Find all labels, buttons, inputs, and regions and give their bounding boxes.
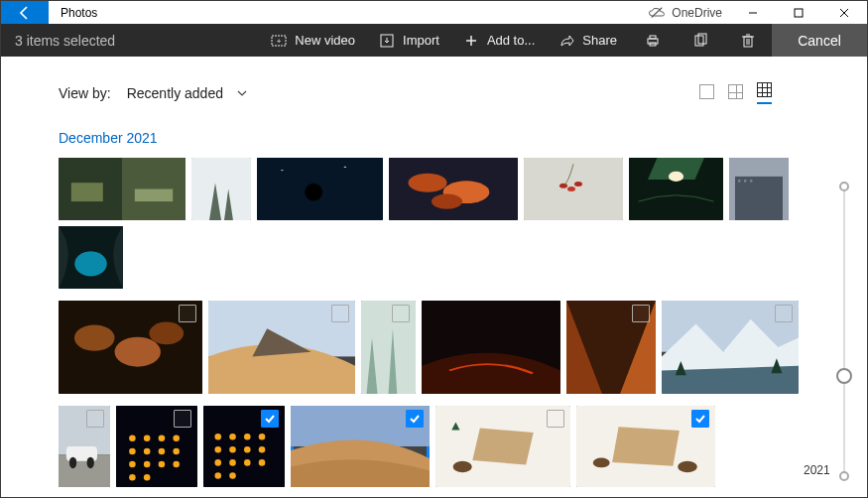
share-button[interactable]: Share	[547, 24, 629, 57]
thumb-checkbox[interactable]	[261, 410, 279, 428]
new-video-label: New video	[295, 33, 355, 48]
onedrive-status[interactable]: OneDrive	[648, 1, 730, 24]
svg-point-83	[259, 446, 266, 453]
photo-thumb[interactable]	[361, 301, 416, 394]
photo-thumb[interactable]	[291, 406, 430, 487]
svg-rect-92	[472, 428, 533, 464]
svg-point-88	[214, 472, 221, 479]
photo-thumb[interactable]	[203, 406, 285, 487]
photo-thumb[interactable]	[629, 158, 723, 220]
thumb-checkbox[interactable]	[775, 305, 793, 322]
thumb-checkbox[interactable]	[691, 410, 709, 428]
new-video-button[interactable]: + New video	[259, 24, 367, 57]
photo-thumb[interactable]	[59, 406, 110, 487]
svg-point-62	[144, 436, 151, 442]
svg-rect-41	[738, 180, 740, 183]
svg-point-49	[149, 322, 184, 345]
svg-point-77	[229, 434, 236, 440]
photo-thumb[interactable]	[59, 226, 123, 289]
add-to-button[interactable]: Add to...	[451, 24, 547, 57]
photo-thumb[interactable]	[257, 158, 383, 220]
photo-thumb[interactable]	[729, 158, 789, 220]
svg-point-30	[409, 174, 447, 192]
svg-point-76	[214, 434, 221, 440]
svg-point-73	[129, 474, 136, 481]
svg-point-34	[559, 184, 567, 188]
timeline-year: 2021	[804, 463, 830, 477]
content-area: View by: Recently added December 2021 20…	[1, 57, 867, 497]
import-icon	[379, 33, 395, 49]
photo-thumb[interactable]	[389, 158, 518, 220]
thumb-checkbox[interactable]	[406, 410, 424, 428]
view-single-button[interactable]	[699, 84, 714, 102]
svg-point-64	[173, 436, 180, 442]
print-button[interactable]	[629, 24, 677, 57]
add-to-label: Add to...	[487, 33, 535, 48]
timeline[interactable]: 2021	[833, 57, 867, 497]
view-grid9-button[interactable]	[757, 82, 772, 104]
share-icon	[558, 33, 574, 49]
svg-point-74	[144, 474, 151, 481]
delete-button[interactable]	[724, 24, 772, 57]
video-icon: +	[271, 33, 287, 49]
svg-point-66	[144, 448, 151, 455]
photo-thumb[interactable]	[662, 301, 799, 394]
svg-point-35	[567, 187, 575, 191]
svg-point-87	[259, 459, 266, 466]
svg-point-27	[281, 170, 284, 171]
photo-thumb[interactable]	[59, 301, 202, 394]
maximize-button[interactable]	[776, 1, 821, 24]
thumb-checkbox[interactable]	[174, 410, 191, 428]
import-button[interactable]: Import	[367, 24, 451, 57]
thumb-checkbox[interactable]	[331, 305, 349, 322]
svg-point-79	[259, 434, 266, 440]
timeline-marker-bottom[interactable]	[839, 471, 849, 481]
viewby-row: View by: Recently added	[59, 82, 811, 104]
onedrive-label: OneDrive	[672, 6, 722, 20]
thumb-checkbox[interactable]	[179, 305, 196, 322]
timeline-knob[interactable]	[836, 368, 852, 384]
timeline-marker-top[interactable]	[839, 182, 849, 191]
view-grid4-button[interactable]	[728, 84, 743, 102]
photo-thumb[interactable]	[435, 406, 570, 487]
svg-point-72	[173, 461, 180, 468]
viewby-label: View by:	[59, 85, 111, 101]
thumb-checkbox[interactable]	[547, 410, 564, 428]
back-button[interactable]	[1, 1, 49, 24]
svg-point-97	[593, 457, 610, 467]
viewby-select[interactable]: Recently added	[127, 85, 247, 101]
svg-point-36	[574, 182, 582, 187]
cancel-button[interactable]: Cancel	[772, 24, 867, 57]
svg-point-59	[87, 457, 94, 468]
svg-point-82	[244, 446, 251, 453]
photo-thumb[interactable]	[59, 158, 186, 220]
minimize-icon	[748, 8, 758, 18]
close-button[interactable]	[821, 1, 867, 24]
svg-point-93	[453, 461, 472, 472]
svg-point-80	[214, 446, 221, 453]
svg-point-63	[159, 436, 166, 442]
photo-thumb[interactable]	[422, 301, 560, 394]
thumbnail-grid	[59, 158, 811, 487]
svg-rect-43	[750, 180, 752, 183]
photo-thumb[interactable]	[208, 301, 355, 394]
photo-thumb[interactable]	[566, 301, 656, 394]
thumb-checkbox[interactable]	[86, 410, 104, 428]
svg-point-45	[74, 251, 107, 276]
photo-thumb[interactable]	[116, 406, 197, 487]
thumb-checkbox[interactable]	[632, 305, 650, 322]
svg-point-86	[244, 459, 251, 466]
svg-rect-24	[191, 158, 251, 220]
svg-rect-42	[744, 180, 746, 183]
share-label: Share	[582, 33, 617, 48]
minimize-button[interactable]	[730, 1, 776, 24]
print-icon	[645, 33, 661, 49]
photo-thumb[interactable]	[576, 406, 715, 487]
svg-point-68	[173, 448, 180, 455]
group-heading[interactable]: December 2021	[59, 130, 811, 146]
photo-thumb[interactable]	[524, 158, 623, 220]
photo-thumb[interactable]	[191, 158, 251, 220]
thumb-checkbox[interactable]	[392, 305, 410, 322]
copy-button[interactable]	[677, 24, 724, 57]
svg-point-28	[344, 167, 347, 168]
